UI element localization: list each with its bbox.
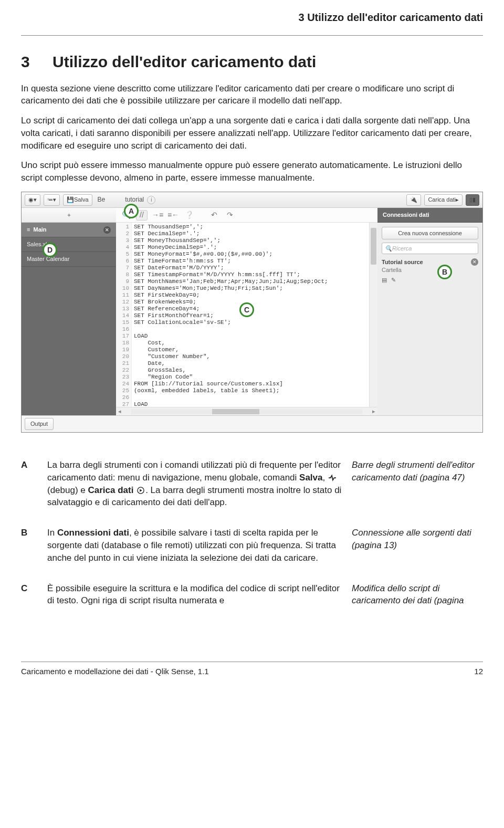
callout-c: C <box>239 302 254 317</box>
legend-text-b: In Connessioni dati, è possibile salvare… <box>47 521 352 577</box>
save-button[interactable]: 💾 Salva <box>63 194 92 206</box>
footer-page-number: 12 <box>474 666 483 677</box>
legend-label-a: A <box>21 454 47 521</box>
section-calendar[interactable]: Master Calendar <box>22 252 116 267</box>
debug-button[interactable]: 🔌 <box>406 194 421 206</box>
footer-left: Caricamento e modellazione dei dati - Ql… <box>21 666 209 677</box>
legend-text-a: La barra degli strumenti con i comandi u… <box>47 454 352 521</box>
running-header: 3 Utilizzo dell'editor caricamento dati <box>21 11 483 25</box>
chapter-heading: 3Utilizzo dell'editor caricamento dati <box>21 51 483 73</box>
close-icon[interactable]: ✕ <box>103 226 111 234</box>
line-gutter: 1 2 3 4 5 6 7 8 9 10 11 12 13 14 15 16 1… <box>116 223 132 407</box>
load-data-button[interactable]: Carica dati ▸ <box>424 194 463 206</box>
editor-toolbar: 🔍 // →≡ ≡← ❔ ↶ ↷ <box>116 208 377 223</box>
legend-row-a: A La barra degli strumenti con i comandi… <box>21 454 483 521</box>
page-footer: Caricamento e modellazione dei dati - Ql… <box>21 662 483 677</box>
legend-ref-a: Barre degli strumenti dell'editor carica… <box>352 454 483 521</box>
connection-type: Cartella <box>382 266 469 274</box>
load-data-label: Carica dati <box>428 196 456 204</box>
nav-menu-button[interactable]: ◉▾ <box>25 194 40 206</box>
connection-search[interactable]: 🔍 Ricerca <box>382 243 478 254</box>
intro-para-3: Uno script può essere immesso manualment… <box>21 159 483 184</box>
legend-row-c: C È possibile eseguire la scrittura e la… <box>21 577 483 620</box>
save-label: Salva <box>74 196 89 204</box>
horizontal-scrollbar[interactable]: ◂ ▸ <box>116 407 377 415</box>
connections-header: Connessioni dati <box>377 208 482 223</box>
section-main-label: Main <box>34 226 47 234</box>
new-connection-button[interactable]: Crea nuova connessione <box>382 227 478 239</box>
app-title: tutorial <box>125 195 144 204</box>
legend-label-b: B <box>21 521 47 577</box>
output-button[interactable]: Output <box>25 418 54 430</box>
add-section-button[interactable]: ＋ <box>22 208 116 223</box>
help-icon[interactable]: ❔ <box>183 210 195 221</box>
callout-d: D <box>43 243 57 257</box>
undo-icon[interactable]: ↶ <box>208 210 220 221</box>
legend-ref-b: Connessione alle sorgenti dati (pagina 1… <box>352 521 483 577</box>
edit-connection-icon[interactable]: ✎ <box>391 276 396 284</box>
connections-panel: Connessioni dati Crea nuova connessione … <box>377 208 482 415</box>
connection-name: Tutorial source <box>382 258 469 266</box>
callout-legend: A La barra degli strumenti con i comandi… <box>21 454 483 620</box>
top-toolbar: ◉▾ ≔▾ 💾 Salva Be tutorial i 🔌 Carica dat… <box>22 192 482 208</box>
intro-para-1: In questa sezione viene descritto come u… <box>21 82 483 108</box>
legend-text-c: È possibile eseguire la scrittura e la m… <box>47 577 352 620</box>
chapter-number: 3 <box>21 51 52 73</box>
legend-ref-c: Modifica dello script di caricamento dei… <box>352 577 483 620</box>
debug-icon <box>328 474 337 481</box>
legend-row-b: B In Connessioni dati, è possibile salva… <box>21 521 483 577</box>
callout-b: B <box>437 265 452 279</box>
callout-a: A <box>124 204 139 218</box>
sections-panel: ＋ ≡ Main ✕ Sales.xlsx Master Calendar <box>22 208 116 415</box>
section-main[interactable]: ≡ Main ✕ <box>22 223 116 237</box>
chapter-title: Utilizzo dell'editor caricamento dati <box>52 53 316 70</box>
search-placeholder: Ricerca <box>392 245 412 253</box>
editor-screenshot: A B C D ◉▾ ≔▾ 💾 Salva Be tutorial i 🔌 Ca… <box>21 192 483 433</box>
output-bar: Output <box>22 415 482 432</box>
legend-label-c: C <box>21 577 47 620</box>
redo-icon[interactable]: ↷ <box>224 210 236 221</box>
outdent-icon[interactable]: ≡← <box>167 210 179 221</box>
delete-connection-icon[interactable]: ✕ <box>471 258 478 266</box>
section-sales[interactable]: Sales.xlsx <box>22 237 116 252</box>
indent-icon[interactable]: →≡ <box>152 210 163 221</box>
connection-item[interactable]: Tutorial source Cartella ✕ ▤ ✎ <box>382 258 478 284</box>
info-icon[interactable]: i <box>147 196 155 204</box>
panel-toggle-button[interactable]: ▯▮ <box>466 194 479 206</box>
vertical-scrollbar[interactable] <box>369 223 377 407</box>
select-data-icon[interactable]: ▤ <box>382 276 387 284</box>
app-title-prefix: Be <box>98 195 106 204</box>
intro-para-2: Lo script di caricamento dei dati colleg… <box>21 114 483 152</box>
play-icon <box>136 487 145 494</box>
header-rule <box>21 35 483 36</box>
global-menu-button[interactable]: ≔▾ <box>44 194 60 206</box>
